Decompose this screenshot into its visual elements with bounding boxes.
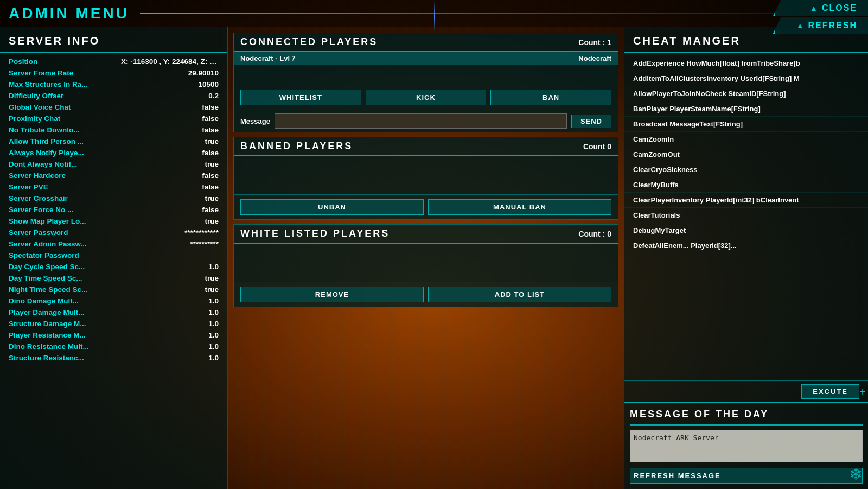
server-info-label: Structure Damage M... (9, 320, 86, 328)
right-column: CHEAT MANGER AddExperience HowMuch[float… (624, 27, 868, 489)
server-info-value: 1.0 (208, 297, 219, 305)
server-info-value: ************ (184, 228, 219, 237)
server-info-row: Global Voice Chatfalse (0, 101, 227, 113)
cheat-command-item[interactable]: CamZoomOut (624, 147, 868, 162)
server-info-row: Server Crosshairtrue (0, 193, 227, 204)
cheat-manager-title: CHEAT MANGER (624, 33, 868, 53)
player-row[interactable]: Nodecraft - Lvl 7Nodecraft (234, 52, 618, 65)
server-info-value: true (205, 137, 219, 145)
server-info-value: false (202, 172, 219, 180)
server-info-value: false (202, 103, 219, 111)
server-info-row: Spectator Password (0, 250, 227, 261)
server-info-label: Player Resistance M... (9, 331, 86, 339)
whitelist-button[interactable]: WHITELIST (240, 90, 361, 105)
cheat-command-item[interactable]: ClearTutorials (624, 208, 868, 223)
server-info-label: Day Cycle Speed Sc... (9, 263, 85, 271)
whitelist-buttons: REMOVE ADD TO LIST (234, 282, 618, 307)
server-info-value: ********** (190, 240, 219, 248)
server-info-row: Difficulty Offset0.2 (0, 90, 227, 101)
message-input[interactable] (275, 113, 567, 129)
cheat-command-item[interactable]: Broadcast MessageText[FString] (624, 117, 868, 132)
server-info-label: Night Time Speed Sc... (9, 285, 87, 294)
cheat-command-item[interactable]: DebugMyTarget (624, 223, 868, 238)
close-button[interactable]: ▲ CLOSE (773, 0, 868, 16)
close-arrow-icon: ▲ (810, 4, 818, 12)
refresh-arrow-icon: ▲ (796, 21, 804, 30)
server-info-label: Server Password (9, 228, 68, 237)
server-info-label: Server Crosshair (9, 194, 68, 202)
server-info-label: Server PVE (9, 183, 48, 191)
server-info-value: false (202, 126, 219, 134)
connected-players-panel: CONNECTED PLAYERS Count : 1 Nodecraft - … (233, 33, 618, 132)
server-info-value: 1.0 (208, 320, 219, 328)
banned-players-header: BANNED PLAYERS Count 0 (234, 137, 618, 156)
server-info-label: Proximity Chat (9, 115, 60, 123)
server-info-label: Dino Damage Mult... (9, 297, 79, 305)
connected-players-buttons: WHITELIST KICK BAN (234, 85, 618, 110)
ban-button[interactable]: BAN (490, 90, 611, 105)
send-button[interactable]: SEND (571, 115, 611, 128)
whitelist-players-list (234, 244, 618, 282)
add-to-list-button[interactable]: ADD TO LIST (428, 287, 611, 302)
cheat-command-item[interactable]: AllowPlayerToJoinNoCheck SteamID[FString… (624, 86, 868, 101)
cheat-command-item[interactable]: DefeatAllEnem... PlayerId[32]... (624, 238, 868, 253)
cheat-command-item[interactable]: BanPlayer PlayerSteamName[FString] (624, 101, 868, 117)
motd-refresh-button[interactable]: REFRESH MESSAGE (630, 468, 863, 484)
snowflake-icon: ❄ (849, 465, 863, 484)
server-info-row: Server Admin Passw...********** (0, 238, 227, 250)
whitelist-header: WHITE LISTED PLAYERS Count : 0 (234, 225, 618, 244)
banned-players-list (234, 156, 618, 194)
server-info-value: 1.0 (208, 354, 219, 362)
top-buttons: ▲ CLOSE ▲ REFRESH (773, 0, 868, 35)
server-info-label: Server Frame Rate (9, 69, 73, 77)
server-info-value: true (205, 194, 219, 202)
server-info-label: No Tribute Downlo... (9, 126, 80, 134)
server-info-row: Day Cycle Speed Sc...1.0 (0, 261, 227, 272)
server-info-label: Structure Resistanc... (9, 354, 84, 362)
motd-panel: MESSAGE OF THE DAY REFRESH MESSAGE (624, 402, 868, 489)
cheat-command-item[interactable]: AddExperience HowMuch[float] fromTribeSh… (624, 56, 868, 71)
server-info-label: Day Time Speed Sc... (9, 274, 82, 282)
server-info-label: Dino Resistance Mult... (9, 342, 89, 351)
banned-players-count: Count 0 (583, 142, 611, 151)
cheat-command-item[interactable]: ClearCryoSickness (624, 162, 868, 177)
motd-textarea[interactable] (630, 430, 863, 462)
manual-ban-button[interactable]: Manual Ban (428, 199, 611, 215)
message-label: Message (240, 117, 270, 125)
execute-button[interactable]: EXCUTE (801, 384, 859, 399)
server-info-value: X: -116300 , Y: 224684, Z: -1418 (121, 58, 219, 66)
server-info-row: Player Damage Mult...1.0 (0, 307, 227, 318)
server-info-value: false (202, 183, 219, 191)
server-info-row: Dont Always Notif...true (0, 158, 227, 170)
server-info-value: true (205, 160, 219, 168)
cheat-command-item[interactable]: AddItemToAllClustersInventory UserId[FSt… (624, 71, 868, 86)
banned-players-buttons: UNBAN Manual Ban (234, 194, 618, 219)
unban-button[interactable]: UNBAN (240, 199, 424, 215)
close-label: CLOSE (822, 3, 857, 13)
kick-button[interactable]: KICK (366, 90, 487, 105)
remove-button[interactable]: REMOVE (240, 287, 424, 302)
server-info-value: true (205, 217, 219, 225)
server-info-value: 1.0 (208, 331, 219, 339)
whitelist-count: Count : 0 (578, 230, 611, 238)
server-info-label: Global Voice Chat (9, 103, 71, 111)
server-info-row: Server PVEfalse (0, 181, 227, 193)
server-info-label: Server Force No ... (9, 206, 73, 214)
server-info-value: false (202, 206, 219, 214)
main-columns: SERVER INFO PositionX: -116300 , Y: 2246… (0, 27, 868, 489)
server-info-value: 29.90010 (188, 69, 219, 77)
cheat-command-item[interactable]: ClearMyBuffs (624, 177, 868, 193)
server-info-value: 10500 (198, 80, 219, 88)
refresh-button[interactable]: ▲ REFRESH (773, 17, 868, 34)
cheat-command-item[interactable]: CamZoomIn (624, 132, 868, 147)
whitelist-panel: WHITE LISTED PLAYERS Count : 0 REMOVE AD… (233, 224, 618, 307)
server-info-label: Show Map Player Lo... (9, 217, 86, 225)
player-name: Nodecraft - Lvl 7 (240, 54, 296, 62)
cheat-command-item[interactable]: ClearPlayerInventory PlayerId[int32] bCl… (624, 193, 868, 208)
server-info-value: 1.0 (208, 308, 219, 316)
server-info-row: Server Frame Rate29.90010 (0, 67, 227, 79)
server-info-row: Server Hardcorefalse (0, 170, 227, 181)
server-info-row: No Tribute Downlo...false (0, 124, 227, 136)
server-info-row: Dino Damage Mult...1.0 (0, 295, 227, 307)
plus-icon[interactable]: + (859, 385, 866, 398)
